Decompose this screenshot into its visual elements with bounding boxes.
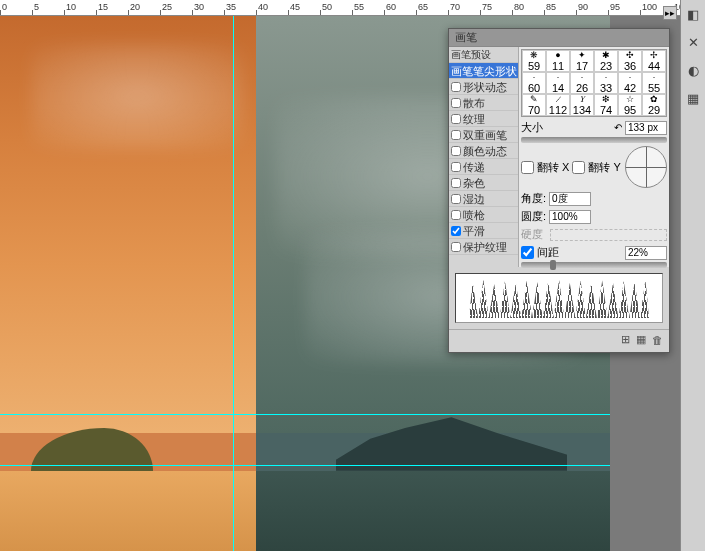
tool-overlap-icon[interactable]: ◧ (683, 4, 703, 24)
tool-circle-icon[interactable]: ◐ (683, 60, 703, 80)
ruler-tick: 80 (514, 2, 524, 12)
brush-option-row[interactable]: 平滑 (449, 223, 518, 239)
angle-compass[interactable] (625, 146, 667, 188)
expand-panels-button[interactable]: ▸▸ (663, 6, 677, 20)
size-label: 大小 (521, 120, 543, 135)
angle-label: 角度: (521, 191, 546, 206)
water-right (256, 471, 610, 551)
brush-tip-cell[interactable]: ❇74 (594, 94, 618, 116)
brush-tip-cell[interactable]: ✢44 (642, 50, 666, 72)
brush-tip-cell[interactable]: ✎70 (522, 94, 546, 116)
cloud (31, 43, 245, 150)
ruler-tick: 95 (610, 2, 620, 12)
brush-stroke-preview (455, 273, 663, 323)
brush-option-row[interactable]: 喷枪 (449, 207, 518, 223)
option-label: 纹理 (463, 111, 485, 127)
size-slider[interactable] (521, 137, 667, 143)
brush-tip-cell[interactable]: ✿29 (642, 94, 666, 116)
guide-vertical[interactable] (233, 16, 234, 551)
ruler-tick: 25 (162, 2, 172, 12)
brush-options-list: 画笔预设 画笔笔尖形状形状动态散布纹理双重画笔颜色动态传递杂色湿边喷枪平滑保护纹… (449, 47, 519, 267)
brush-tip-cell[interactable]: ●11 (546, 50, 570, 72)
brush-tip-cell[interactable]: ·42 (618, 72, 642, 94)
option-label: 保护纹理 (463, 239, 507, 255)
brush-tip-cell[interactable]: ❋59 (522, 50, 546, 72)
ruler-tick: 55 (354, 2, 364, 12)
ruler-tick: 85 (546, 2, 556, 12)
option-checkbox[interactable] (451, 210, 461, 220)
brush-option-row[interactable]: 画笔笔尖形状 (449, 63, 518, 79)
toggle-icon[interactable]: ⊞ (621, 333, 630, 346)
brush-option-row[interactable]: 双重画笔 (449, 127, 518, 143)
guide-horizontal[interactable] (0, 414, 610, 415)
option-checkbox[interactable] (451, 242, 461, 252)
brush-tip-cell[interactable]: ·60 (522, 72, 546, 94)
brush-tip-cell[interactable]: ✱23 (594, 50, 618, 72)
ruler-tick: 35 (226, 2, 236, 12)
brush-option-row[interactable]: 杂色 (449, 175, 518, 191)
ruler-tick: 60 (386, 2, 396, 12)
option-checkbox[interactable] (451, 98, 461, 108)
option-checkbox[interactable] (451, 194, 461, 204)
brush-tip-cell[interactable]: ✣36 (618, 50, 642, 72)
option-label: 传递 (463, 159, 485, 175)
slider-thumb[interactable] (550, 260, 556, 270)
brush-tip-cell[interactable]: ✦17 (570, 50, 594, 72)
brush-tip-cell[interactable]: ·14 (546, 72, 570, 94)
roundness-input[interactable] (549, 210, 591, 224)
brush-option-row[interactable]: 散布 (449, 95, 518, 111)
trash-icon[interactable]: 🗑 (652, 334, 663, 346)
reset-icon[interactable]: ↶ (614, 122, 622, 133)
ruler-tick: 75 (482, 2, 492, 12)
brush-option-row[interactable]: 纹理 (449, 111, 518, 127)
brush-tip-grid: ❋59●11✦17✱23✣36✢44·60·14·26·33·42·55✎70⟋… (521, 49, 667, 117)
hardness-disabled (550, 229, 667, 241)
brush-tip-cell[interactable]: ·26 (570, 72, 594, 94)
brush-presets-button[interactable]: 画笔预设 (449, 47, 518, 63)
option-checkbox[interactable] (451, 226, 461, 236)
option-checkbox[interactable] (451, 146, 461, 156)
tool-square-icon[interactable]: ▦ (683, 88, 703, 108)
spacing-slider[interactable] (521, 262, 667, 268)
option-checkbox[interactable] (451, 82, 461, 92)
tool-wrench-icon[interactable]: ✕ (683, 32, 703, 52)
size-input[interactable] (625, 121, 667, 135)
option-checkbox[interactable] (451, 178, 461, 188)
spacing-label: 间距 (537, 245, 559, 260)
panel-footer: ⊞ ▦ 🗑 (449, 329, 669, 349)
new-icon[interactable]: ▦ (636, 333, 646, 346)
option-checkbox[interactable] (451, 130, 461, 140)
option-label: 颜色动态 (463, 143, 507, 159)
flip-y-checkbox[interactable] (572, 161, 585, 174)
brush-tip-cell[interactable]: ·55 (642, 72, 666, 94)
brush-option-row[interactable]: 颜色动态 (449, 143, 518, 159)
guide-horizontal[interactable] (0, 465, 610, 466)
brush-tip-cell[interactable]: 𝑌134 (570, 94, 594, 116)
water-left (0, 471, 256, 551)
ruler-horizontal: 0510152025303540455055606570758085909510… (0, 0, 680, 16)
spacing-checkbox[interactable] (521, 246, 534, 259)
angle-input[interactable] (549, 192, 591, 206)
option-checkbox[interactable] (451, 162, 461, 172)
option-checkbox[interactable] (451, 114, 461, 124)
panel-tab-brush[interactable]: 画笔 (449, 29, 669, 47)
option-label: 散布 (463, 95, 485, 111)
ruler-tick: 40 (258, 2, 268, 12)
brush-option-row[interactable]: 传递 (449, 159, 518, 175)
flip-x-checkbox[interactable] (521, 161, 534, 174)
flip-x-label: 翻转 X (537, 160, 569, 175)
option-label: 杂色 (463, 175, 485, 191)
ruler-tick: 30 (194, 2, 204, 12)
hardness-label: 硬度 (521, 227, 543, 242)
brush-settings: ❋59●11✦17✱23✣36✢44·60·14·26·33·42·55✎70⟋… (519, 47, 669, 267)
brush-option-row[interactable]: 形状动态 (449, 79, 518, 95)
ruler-tick: 70 (450, 2, 460, 12)
option-label: 平滑 (463, 223, 485, 239)
brush-tip-cell[interactable]: ⟋112 (546, 94, 570, 116)
spacing-input[interactable] (625, 246, 667, 260)
brush-tip-cell[interactable]: ☆95 (618, 94, 642, 116)
option-label: 画笔笔尖形状 (451, 63, 517, 79)
brush-tip-cell[interactable]: ·33 (594, 72, 618, 94)
brush-option-row[interactable]: 湿边 (449, 191, 518, 207)
brush-option-row[interactable]: 保护纹理 (449, 239, 518, 255)
